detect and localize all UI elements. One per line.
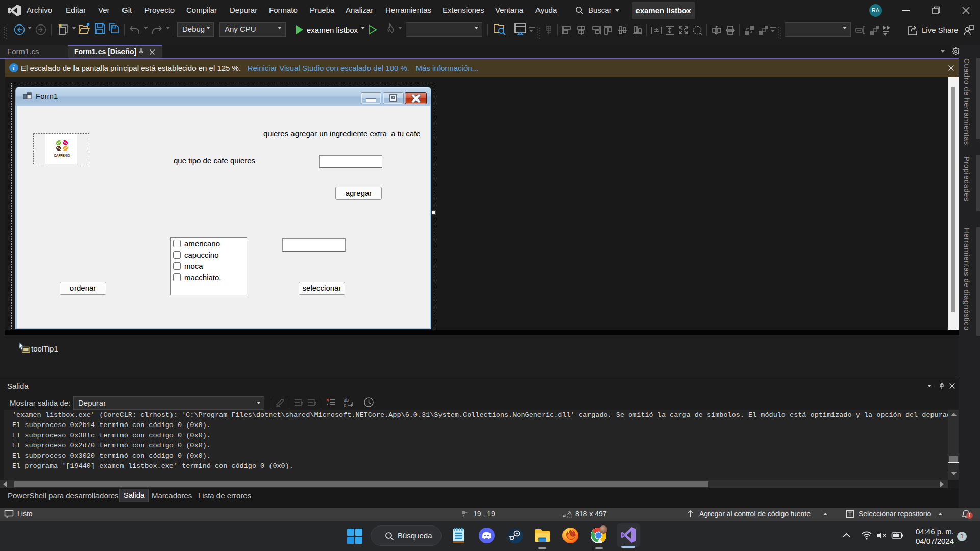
svg-text:CAFFENIO: CAFFENIO	[54, 154, 70, 157]
svg-text:ab: ab	[344, 397, 349, 403]
svg-text:c: c	[344, 403, 346, 408]
